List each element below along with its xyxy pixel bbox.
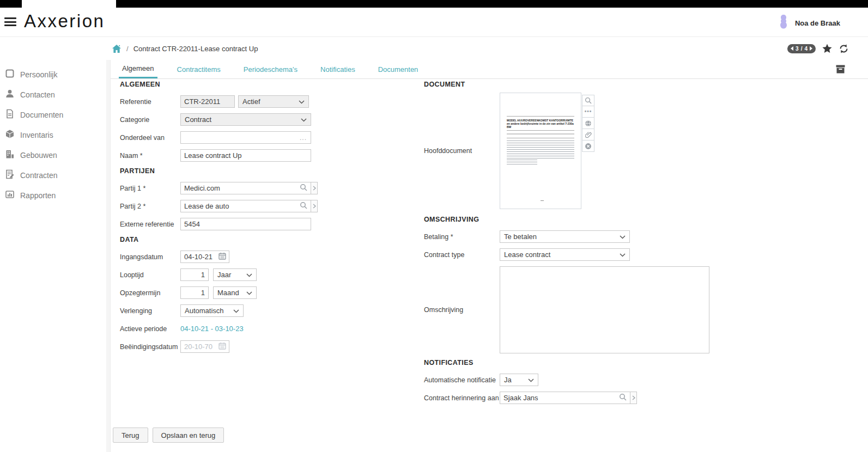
partij1-input[interactable] [180, 182, 311, 194]
opzegtermijn-label: Opzegtermijn [120, 289, 180, 297]
cube-icon [5, 129, 15, 141]
sidebar-item-contacten[interactable]: Contacten [0, 84, 106, 105]
partij2-input[interactable] [180, 200, 311, 212]
favorite-star-icon[interactable] [822, 44, 833, 54]
looptijd-input[interactable] [180, 268, 209, 281]
onderdeel-label: Onderdeel van [120, 134, 180, 142]
section-omschrijving: OMSCHRIJVING [424, 216, 827, 223]
contract-herinnering-input[interactable] [500, 392, 630, 404]
thumb-paragraph-short [507, 160, 537, 164]
contract-type-select[interactable]: Lease contract [500, 248, 630, 261]
categorie-select[interactable]: Contract [180, 113, 311, 126]
betaling-row: Betaling * Te betalen [424, 230, 827, 243]
hamburger-menu-icon[interactable] [4, 17, 17, 27]
search-icon[interactable] [300, 184, 307, 193]
ingangsdatum-field [180, 251, 229, 263]
beeindigingsdatum-label: Beëindigingsdatum [120, 343, 180, 351]
verlenging-select[interactable]: Automatisch [180, 304, 244, 317]
top-bar-gap [22, 0, 116, 8]
app-logo: Axxerion [24, 11, 105, 32]
sidebar-item-documenten[interactable]: Documenten [0, 105, 106, 125]
thumb-page-mark [541, 200, 544, 201]
pager-total: 4 [804, 46, 808, 52]
contract-herinnering-label: Contract herinnering aan [424, 394, 500, 402]
search-icon[interactable] [300, 201, 307, 211]
thumb-subline [507, 133, 574, 135]
open-record-icon[interactable] [630, 392, 637, 404]
record-pager: 3 / 4 [787, 44, 816, 53]
home-icon[interactable] [112, 44, 122, 53]
person-icon [5, 89, 15, 101]
thumb-rule [507, 138, 574, 138]
bar-chart-icon [5, 190, 15, 201]
categorie-label: Categorie [120, 116, 180, 124]
pager-prev-icon[interactable] [791, 46, 793, 51]
more-options-icon[interactable]: ••• [582, 106, 594, 118]
automatische-notificatie-select[interactable]: Ja [500, 374, 538, 386]
chevron-down-icon [620, 233, 626, 241]
pager-next-icon[interactable] [810, 46, 812, 51]
document-title: MODEL HUUROVEREENKOMST KANTOORRUIMTE en … [507, 119, 574, 129]
user-menu[interactable]: Noa de Braak [777, 13, 840, 33]
betaling-select[interactable]: Te betalen [500, 230, 630, 243]
search-icon[interactable] [619, 393, 627, 403]
open-record-icon[interactable] [311, 200, 318, 212]
sidebar-item-rapporten[interactable]: Rapporten [0, 185, 106, 205]
opzegtermijn-unit-select[interactable]: Maand [213, 286, 257, 299]
contract-herinnering-row: Contract herinnering aan [424, 392, 827, 404]
sidebar-divider [106, 60, 111, 452]
opzegtermijn-row: Opzegtermijn Maand [120, 286, 428, 299]
user-name: Noa de Braak [795, 19, 840, 27]
breadcrumb-separator: / [126, 45, 129, 53]
referentie-input[interactable] [180, 95, 235, 108]
sidebar-item-gebouwen[interactable]: Gebouwen [0, 145, 106, 165]
partij1-field [180, 182, 318, 194]
breadcrumb-current: Contract CTR-22011-Lease contract Up [133, 45, 258, 53]
refresh-icon[interactable] [839, 44, 849, 54]
status-select[interactable]: Actief [238, 95, 309, 108]
section-partijen: PARTIJEN [120, 167, 428, 175]
looptijd-label: Looptijd [120, 271, 180, 279]
chevron-down-icon [246, 271, 252, 279]
form-right-column: DOCUMENT Hoofddocument MODEL HUUROVEREEN… [424, 81, 827, 410]
hoofddocument-label: Hoofddocument [424, 147, 500, 155]
externe-referentie-input[interactable] [180, 218, 311, 230]
externe-referentie-label: Externe referentie [120, 221, 180, 228]
top-black-bar [0, 0, 868, 8]
app-window: Axxerion Noa de Braak / Contract CTR-220… [0, 0, 868, 452]
omschrijving-textarea[interactable] [500, 266, 709, 353]
thumb-rule [507, 130, 574, 131]
referentie-label: Referentie [120, 98, 180, 106]
looptijd-row: Looptijd Jaar [120, 268, 428, 281]
open-record-icon[interactable] [311, 182, 318, 194]
calendar-icon[interactable] [218, 252, 226, 262]
globe-icon[interactable] [582, 118, 594, 129]
building-icon [5, 149, 15, 161]
opslaan-en-terug-button[interactable]: Opslaan en terug [153, 427, 224, 443]
actieve-periode-link[interactable]: 04-10-21 - 03-10-23 [180, 325, 244, 333]
pager-separator: / [801, 46, 803, 52]
contract-type-row: Contract type Lease contract [424, 248, 827, 261]
paperclip-icon[interactable] [582, 129, 594, 141]
chevron-down-icon [301, 115, 307, 124]
naam-label: Naam * [120, 152, 180, 160]
zoom-document-icon[interactable] [582, 95, 594, 106]
sidebar-item-contracten[interactable]: Contracten [0, 165, 106, 185]
calendar-icon[interactable] [218, 342, 226, 352]
sidebar-item-inventaris[interactable]: Inventaris [0, 125, 106, 145]
looptijd-unit-select[interactable]: Jaar [213, 268, 257, 281]
terug-button[interactable]: Terug [113, 427, 148, 443]
ellipsis-icon[interactable]: ... [300, 134, 307, 142]
onderdeel-input[interactable] [180, 131, 311, 144]
main-content: Algemeen Contractitems Periodeschema's N… [111, 60, 868, 452]
section-algemeen: ALGEMEEN [120, 81, 428, 88]
sidebar-item-persoonlijk[interactable]: Persoonlijk [0, 64, 106, 84]
opzegtermijn-input[interactable] [180, 286, 209, 299]
chevron-down-icon [246, 289, 252, 297]
naam-input[interactable] [180, 149, 311, 162]
remove-document-icon[interactable] [582, 141, 594, 152]
document-thumbnail[interactable]: MODEL HUUROVEREENKOMST KANTOORRUIMTE en … [500, 93, 581, 209]
beeindigingsdatum-field [180, 340, 229, 353]
omschrijving-label: Omschrijving [424, 306, 500, 314]
app-header: Axxerion Noa de Braak [0, 8, 868, 37]
